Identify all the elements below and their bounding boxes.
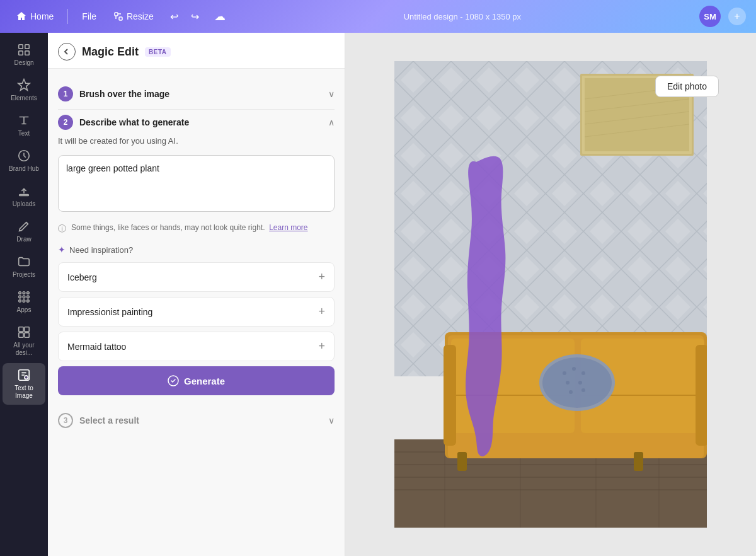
svg-point-64 [569, 390, 573, 394]
all-designs-icon [17, 325, 31, 339]
svg-rect-10 [20, 195, 29, 196]
sidebar-elements-label: Elements [11, 95, 37, 102]
step2-chevron: ∧ [328, 117, 335, 127]
panel-content: 1 Brush over the image ∨ 2 Describe what… [48, 69, 345, 556]
suggestion-plus-1: + [318, 305, 325, 318]
step3-title: Select a result [79, 415, 139, 426]
apps-icon [17, 290, 31, 304]
sidebar-uploads-label: Uploads [13, 200, 36, 208]
sidebar-item-uploads[interactable]: Uploads [3, 179, 45, 213]
sidebar-item-text[interactable]: Text [3, 108, 45, 142]
canvas-area: Edit photo [345, 33, 756, 556]
svg-point-17 [19, 300, 21, 303]
sidebar-item-draw[interactable]: Draw [3, 214, 45, 248]
sidebar-design-label: Design [14, 59, 33, 67]
file-button[interactable]: File [76, 8, 103, 25]
sidebar-item-brand-hub[interactable]: Brand Hub [3, 144, 45, 178]
sidebar-brand-hub-label: Brand Hub [9, 165, 39, 173]
svg-point-18 [23, 300, 25, 303]
edit-photo-button[interactable]: Edit photo [655, 76, 719, 97]
avatar[interactable]: SM [699, 6, 721, 27]
svg-point-63 [578, 381, 582, 385]
resize-label: Resize [127, 11, 154, 21]
svg-marker-8 [18, 79, 30, 90]
svg-point-11 [19, 292, 21, 294]
suggestion-item-0[interactable]: Iceberg + [58, 262, 335, 292]
sidebar-text-label: Text [18, 130, 30, 137]
generate-button[interactable]: Generate [58, 366, 335, 395]
inspiration-label: Need inspiration? [69, 245, 133, 255]
step1-item[interactable]: 1 Brush over the image ∨ [58, 79, 335, 110]
undo-redo-group: ↩ ↪ [165, 7, 204, 26]
sidebar-item-projects[interactable]: Projects [3, 250, 45, 284]
svg-point-60 [572, 367, 576, 371]
suggestion-item-2[interactable]: Mermaid tattoo + [58, 332, 335, 361]
sidebar-text-to-image-label: Text to Image [5, 385, 43, 400]
prompt-textarea[interactable] [58, 155, 335, 212]
svg-rect-5 [25, 45, 29, 49]
suggestion-plus-0: + [318, 270, 325, 284]
step2-section: 2 Describe what to generate ∧ It will be… [58, 115, 335, 395]
svg-point-16 [27, 296, 30, 298]
document-title: Untitled design - 1080 x 1350 px [236, 12, 689, 21]
topbar-divider [67, 9, 68, 24]
svg-point-25 [25, 376, 28, 379]
svg-point-61 [581, 371, 585, 375]
svg-rect-55 [457, 452, 467, 471]
step3-number: 3 [58, 413, 73, 428]
sidebar: Design Elements Text Brand Hub [0, 33, 48, 556]
step2-left: 2 Describe what to generate [58, 115, 189, 130]
sidebar-all-designs-label: All your desi... [5, 342, 43, 357]
undo-button[interactable]: ↩ [165, 7, 183, 26]
svg-rect-20 [19, 327, 23, 332]
sidebar-item-all-designs[interactable]: All your desi... [3, 320, 45, 362]
sparkle-icon [17, 78, 31, 92]
suggestion-plus-2: + [318, 340, 325, 353]
suggestion-label-1: Impressionist painting [67, 307, 152, 317]
file-label: File [82, 11, 96, 21]
sidebar-item-elements[interactable]: Elements [3, 73, 45, 107]
panel-back-button[interactable] [58, 43, 76, 61]
step2-title: Describe what to generate [79, 117, 189, 127]
draw-icon [17, 219, 31, 233]
step3-item[interactable]: 3 Select a result ∨ [58, 405, 335, 436]
generate-label: Generate [184, 376, 225, 386]
sidebar-apps-label: Apps [17, 306, 32, 314]
beta-badge: BETA [145, 47, 170, 57]
svg-rect-56 [634, 452, 643, 471]
step1-left: 1 Brush over the image [58, 86, 169, 101]
sidebar-item-design[interactable]: Design [3, 38, 45, 72]
step3-chevron: ∨ [328, 415, 335, 426]
topbar: Home File Resize ↩ ↪ ☁ Untitled design -… [0, 0, 756, 33]
save-cloud-button[interactable]: ☁ [209, 6, 231, 27]
step3-left: 3 Select a result [58, 413, 139, 428]
brand-icon [17, 149, 31, 163]
svg-point-19 [27, 300, 30, 303]
home-button[interactable]: Home [10, 8, 60, 25]
svg-rect-7 [25, 51, 29, 55]
svg-rect-4 [19, 45, 23, 49]
generate-icon [168, 375, 179, 386]
sidebar-item-text-to-image[interactable]: Text to Image [3, 363, 45, 405]
panel-title: Magic Edit [82, 45, 139, 59]
inspiration-icon: ✦ [58, 245, 66, 255]
info-text: Some things, like faces or hands, may no… [71, 222, 308, 233]
svg-point-58 [542, 357, 612, 408]
svg-rect-53 [444, 345, 456, 446]
resize-button[interactable]: Resize [108, 8, 160, 25]
redo-button[interactable]: ↪ [186, 7, 204, 26]
step1-chevron: ∨ [328, 89, 335, 99]
svg-point-65 [581, 388, 585, 392]
text-icon [17, 113, 31, 127]
svg-rect-21 [25, 327, 29, 332]
learn-more-link[interactable]: Learn more [269, 223, 307, 232]
step2-description: It will be created for you using AI. [58, 135, 335, 148]
inspiration-row: ✦ Need inspiration? [58, 245, 335, 255]
step1-number: 1 [58, 86, 73, 101]
suggestion-item-1[interactable]: Impressionist painting + [58, 297, 335, 327]
sidebar-draw-label: Draw [16, 236, 31, 243]
step2-number: 2 [58, 115, 73, 130]
svg-point-62 [566, 381, 570, 385]
sidebar-item-apps[interactable]: Apps [3, 285, 45, 319]
add-collaborator-button[interactable]: + [728, 8, 746, 25]
